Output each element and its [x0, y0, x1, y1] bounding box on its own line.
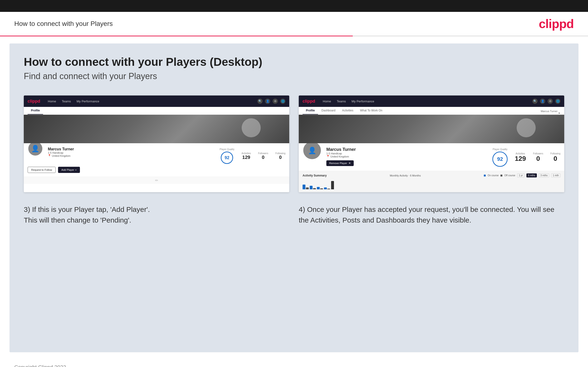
right-hero-circle-1 — [517, 118, 536, 137]
chevron-down-icon: ▼ — [558, 112, 560, 115]
chart-group-3 — [317, 187, 323, 189]
right-followers-label: Followers — [533, 152, 543, 155]
left-profile-info: 👤 Marcus Turner 1-5 Handicap 📍 United Ki… — [24, 143, 289, 177]
right-player-handicap: 1-5 Handicap — [326, 152, 356, 155]
chart-bar-on-3 — [317, 187, 320, 189]
right-nav-icons: 🔍 👤 ⚙ 🌐 — [532, 99, 560, 104]
tab-what-to-work-on[interactable]: What To Work On — [356, 107, 386, 115]
left-nav-performance[interactable]: My Performance — [77, 100, 99, 103]
right-globe-icon[interactable]: 🌐 — [555, 99, 560, 104]
activity-header: Activity Summary Monthly Activity · 6 Mo… — [303, 173, 560, 177]
left-nav: clippd Home Teams My Performance 🔍 👤 ⚙ 🌐 — [24, 95, 289, 107]
right-player-location: 📍 United Kingdom — [326, 155, 356, 158]
location-pin-icon: 📍 — [48, 154, 51, 157]
right-player-name: Marcus Turner — [326, 147, 356, 152]
chart-bar-off-1 — [306, 187, 309, 189]
left-stat-following: Following 0 — [276, 152, 285, 160]
description-left: 3) If this is your Player tap, 'Add Play… — [24, 204, 289, 225]
right-following-value: 0 — [550, 155, 560, 162]
chart-bar-on-4 — [324, 187, 327, 189]
right-followers-value: 0 — [533, 155, 543, 162]
chart-group-4 — [324, 187, 330, 189]
request-follow-button[interactable]: Request to Follow — [28, 167, 56, 173]
hero-circle-1 — [242, 118, 261, 137]
right-activities-label: Activities — [515, 152, 526, 155]
descriptions-row: 3) If this is your Player tap, 'Add Play… — [24, 204, 564, 225]
chart-group-2 — [310, 186, 316, 189]
chart-bar-off-4 — [327, 189, 330, 189]
globe-icon[interactable]: 🌐 — [280, 99, 285, 104]
left-activities-value: 129 — [242, 155, 251, 160]
right-following-label: Following — [550, 152, 560, 155]
tab-profile[interactable]: Profile — [28, 107, 43, 115]
right-user-icon[interactable]: 👤 — [540, 99, 545, 104]
period-1mth-button[interactable]: 1 mth — [551, 173, 560, 177]
scroll-icon: ✏ — [155, 178, 158, 183]
main-title: How to connect with your Players (Deskto… — [24, 55, 564, 68]
right-nav-home[interactable]: Home — [323, 100, 331, 103]
left-nav-logo: clippd — [28, 99, 40, 104]
add-player-button[interactable]: Add Player + — [58, 167, 80, 173]
footer: Copyright Clippd 2022 — [0, 359, 588, 367]
right-search-icon[interactable]: 🔍 — [532, 99, 537, 104]
right-settings-icon[interactable]: ⚙ — [548, 99, 553, 104]
right-stats-row: Player Quality 92 Activities 129 Followe… — [492, 148, 560, 167]
on-course-dot — [484, 175, 486, 176]
tab-activities[interactable]: Activities — [339, 107, 356, 115]
left-player-details: Marcus Turner 1-5 Handicap 📍 United King… — [48, 146, 74, 157]
right-avatar: 👤 — [303, 141, 322, 160]
period-3mths-button[interactable]: 3 mths — [539, 173, 549, 177]
left-scroll-area: ✏ — [24, 177, 289, 184]
right-stat-following: Following 0 — [550, 152, 560, 162]
right-pq-circle: 92 — [492, 151, 508, 167]
user-icon[interactable]: 👤 — [265, 99, 270, 104]
left-profile-hero — [24, 115, 289, 143]
right-nav-teams[interactable]: Teams — [337, 100, 346, 103]
screenshot-right: clippd Home Teams My Performance 🔍 👤 ⚙ 🌐… — [299, 95, 564, 192]
right-hero-bg — [299, 115, 564, 143]
chart-group-1 — [303, 184, 309, 189]
right-pq-label: Player Quality — [492, 148, 508, 150]
right-player-details: Marcus Turner 1-5 Handicap 📍 United King… — [326, 146, 356, 166]
right-nav: clippd Home Teams My Performance 🔍 👤 ⚙ 🌐 — [299, 95, 564, 107]
chart-bar-on-1 — [303, 184, 305, 189]
left-stats-row: Player Quality 92 Activities 129 Followe… — [220, 148, 285, 164]
plus-icon: + — [75, 168, 77, 171]
settings-icon[interactable]: ⚙ — [273, 99, 278, 104]
left-nav-teams[interactable]: Teams — [62, 100, 71, 103]
left-followers-label: Followers — [258, 152, 268, 155]
left-following-value: 0 — [276, 155, 285, 160]
tab-dashboard[interactable]: Dashboard — [318, 107, 339, 115]
left-player-name: Marcus Turner — [48, 147, 74, 151]
right-location-pin-icon: 📍 — [326, 155, 330, 158]
right-avatar-user-icon: 👤 — [308, 147, 316, 154]
tab-user-name: Marcus Turner — [541, 108, 558, 115]
right-nav-performance[interactable]: My Performance — [352, 100, 374, 103]
remove-player-button[interactable]: Remove Player ✕ — [326, 160, 354, 166]
chart-group-5 — [331, 181, 334, 189]
right-activities-value: 129 — [515, 155, 526, 162]
period-6mths-button[interactable]: 6 mths — [526, 173, 537, 177]
right-profile-info: 👤 Marcus Turner 1-5 Handicap 📍 United Ki… — [299, 143, 564, 171]
right-stat-followers: Followers 0 — [533, 152, 543, 162]
left-nav-icons: 🔍 👤 ⚙ 🌐 — [257, 99, 285, 104]
left-player-location: 📍 United Kingdom — [48, 154, 74, 157]
chart-bar-off-3 — [320, 188, 323, 189]
activity-controls: On course Off course 1 yr 6 mths 3 mths … — [484, 173, 560, 177]
tab-profile-right[interactable]: Profile — [303, 107, 318, 115]
search-icon[interactable]: 🔍 — [257, 99, 263, 104]
left-activities-label: Activities — [242, 152, 251, 155]
left-following-label: Following — [276, 152, 285, 155]
copyright-text: Copyright Clippd 2022 — [14, 364, 66, 367]
right-stat-activities: Activities 129 — [515, 152, 526, 162]
header-logo: clippd — [539, 17, 574, 31]
left-hero-bg — [24, 115, 289, 143]
period-1yr-button[interactable]: 1 yr — [517, 173, 525, 177]
header-divider — [0, 36, 588, 36]
right-avatar-row: 👤 Marcus Turner 1-5 Handicap 📍 United Ki… — [303, 146, 560, 167]
description-left-text: 3) If this is your Player tap, 'Add Play… — [24, 206, 150, 224]
header-title: How to connect with your Players — [14, 20, 113, 28]
left-nav-home[interactable]: Home — [48, 100, 56, 103]
left-followers-value: 0 — [258, 155, 268, 160]
top-bar — [0, 0, 588, 12]
